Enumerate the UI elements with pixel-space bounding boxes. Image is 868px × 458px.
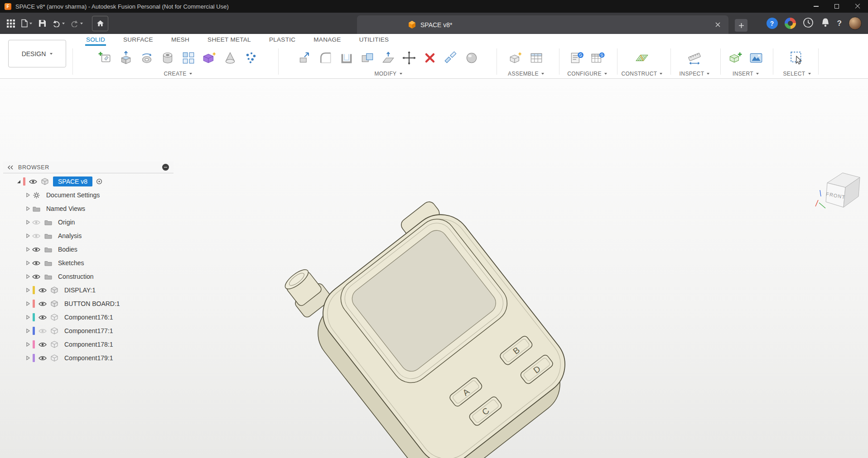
- disclosure-triangle[interactable]: [24, 315, 32, 320]
- browser-item-label[interactable]: Analysis: [56, 231, 83, 240]
- assistant-icon[interactable]: ?: [767, 18, 778, 29]
- visibility-toggle-off[interactable]: [32, 220, 41, 225]
- joint-button[interactable]: [526, 47, 547, 69]
- browser-item-document-settings[interactable]: Document Settings: [3, 188, 174, 202]
- disclosure-triangle[interactable]: [24, 356, 32, 360]
- canvas-button[interactable]: [746, 47, 767, 69]
- browser-item-label[interactable]: Document Settings: [44, 191, 101, 200]
- configuration-table-button[interactable]: [587, 47, 608, 69]
- tab-sheet-metal[interactable]: SHEET METAL: [207, 34, 252, 46]
- browser-item-component179[interactable]: Component179:1: [3, 351, 174, 365]
- maximize-button[interactable]: [826, 0, 847, 13]
- save-button[interactable]: [36, 16, 48, 31]
- construct-group-label[interactable]: CONSTRUCT: [622, 71, 663, 77]
- browser-item-label[interactable]: Component176:1: [63, 313, 115, 322]
- visibility-toggle[interactable]: [38, 301, 47, 306]
- activate-component-radio[interactable]: [96, 178, 102, 185]
- new-component-button[interactable]: [505, 47, 526, 69]
- browser-header[interactable]: BROWSER: [3, 162, 174, 173]
- disclosure-triangle[interactable]: [24, 261, 32, 265]
- disclosure-triangle[interactable]: [24, 342, 32, 347]
- loft-button[interactable]: [220, 47, 241, 69]
- browser-item-label[interactable]: Bodies: [56, 245, 79, 254]
- align-button[interactable]: [440, 47, 461, 69]
- tab-surface[interactable]: SURFACE: [122, 34, 154, 46]
- visibility-toggle[interactable]: [32, 274, 41, 279]
- browser-item-sketches[interactable]: Sketches: [3, 256, 174, 270]
- disclosure-triangle[interactable]: [24, 288, 32, 292]
- create-group-label[interactable]: CREATE: [164, 71, 192, 77]
- browser-item-component176[interactable]: Component176:1: [3, 310, 174, 324]
- browser-item-construction[interactable]: Construction: [3, 270, 174, 283]
- disclosure-triangle-expanded[interactable]: [15, 180, 22, 184]
- visibility-toggle[interactable]: [38, 342, 47, 347]
- insert-derive-button[interactable]: [725, 47, 746, 69]
- model-3d[interactable]: A B C D: [254, 187, 616, 458]
- physical-material-button[interactable]: [461, 47, 482, 69]
- minimize-button[interactable]: [805, 0, 826, 13]
- browser-item-label[interactable]: Construction: [56, 272, 96, 281]
- notifications-button[interactable]: [820, 17, 830, 30]
- new-tab-button[interactable]: [735, 19, 747, 32]
- undo-button[interactable]: [50, 16, 67, 31]
- browser-item-label[interactable]: Component179:1: [63, 353, 115, 363]
- home-view-button[interactable]: [92, 16, 108, 31]
- visibility-toggle[interactable]: [32, 261, 41, 266]
- extensions-icon[interactable]: [785, 18, 796, 29]
- configure-button[interactable]: [566, 47, 587, 69]
- offset-face-button[interactable]: [378, 47, 399, 69]
- browser-item-label[interactable]: DISPLAY:1: [63, 286, 97, 295]
- visibility-toggle[interactable]: [32, 247, 41, 252]
- visibility-toggle[interactable]: [38, 315, 47, 320]
- collapse-panel-icon[interactable]: [7, 165, 14, 170]
- redo-button[interactable]: [68, 16, 85, 31]
- browser-item-root[interactable]: SPACE v8: [3, 175, 174, 188]
- disclosure-triangle[interactable]: [24, 247, 32, 252]
- document-tab[interactable]: SPACE v8*: [357, 15, 728, 34]
- create-form-button[interactable]: [199, 47, 220, 69]
- insert-group-label[interactable]: INSERT: [733, 71, 759, 77]
- browser-item-button-board[interactable]: BUTTON BOARD:1: [3, 297, 174, 310]
- visibility-toggle[interactable]: [38, 356, 47, 361]
- browser-item-component177[interactable]: Component177:1: [3, 324, 174, 338]
- select-button[interactable]: [786, 47, 807, 69]
- move-button[interactable]: [399, 47, 420, 69]
- collapse-browser-button[interactable]: [162, 164, 169, 171]
- browser-item-label[interactable]: Origin: [56, 218, 77, 227]
- browser-item-label[interactable]: BUTTON BOARD:1: [63, 299, 122, 308]
- browser-item-label[interactable]: Component178:1: [63, 340, 115, 349]
- create-sketch-button[interactable]: [95, 47, 116, 69]
- tab-mesh[interactable]: MESH: [170, 34, 190, 46]
- tab-plastic[interactable]: PLASTIC: [268, 34, 296, 46]
- file-menu-button[interactable]: [19, 16, 34, 31]
- hole-button[interactable]: [157, 47, 178, 69]
- view-cube[interactable]: FRONT: [815, 165, 865, 212]
- close-tab-button[interactable]: [712, 19, 723, 30]
- browser-item-named-views[interactable]: Named Views: [3, 202, 174, 215]
- job-status-button[interactable]: [803, 17, 814, 30]
- disclosure-triangle[interactable]: [24, 329, 32, 333]
- browser-item-bodies[interactable]: Bodies: [3, 243, 174, 256]
- inspect-group-label[interactable]: INSPECT: [680, 71, 710, 77]
- visibility-toggle-off[interactable]: [32, 234, 41, 239]
- browser-item-component178[interactable]: Component178:1: [3, 338, 174, 351]
- tab-utilities[interactable]: UTILITIES: [358, 34, 390, 46]
- shell-button[interactable]: [336, 47, 357, 69]
- pattern-button[interactable]: [178, 47, 199, 69]
- revolve-button[interactable]: [136, 47, 157, 69]
- delete-button[interactable]: [420, 47, 440, 69]
- close-button[interactable]: [847, 0, 868, 13]
- user-avatar[interactable]: [849, 17, 862, 30]
- assemble-group-label[interactable]: ASSEMBLE: [508, 71, 544, 77]
- disclosure-triangle[interactable]: [24, 301, 32, 306]
- extrude-button[interactable]: [116, 47, 136, 69]
- browser-item-label[interactable]: Named Views: [44, 204, 87, 213]
- disclosure-triangle[interactable]: [24, 274, 32, 279]
- points-button[interactable]: [241, 47, 261, 69]
- measure-button[interactable]: [684, 47, 705, 69]
- help-button[interactable]: ?: [837, 19, 842, 28]
- press-pull-button[interactable]: [294, 47, 315, 69]
- browser-item-display[interactable]: DISPLAY:1: [3, 283, 174, 297]
- combine-button[interactable]: [357, 47, 378, 69]
- browser-item-analysis[interactable]: Analysis: [3, 229, 174, 243]
